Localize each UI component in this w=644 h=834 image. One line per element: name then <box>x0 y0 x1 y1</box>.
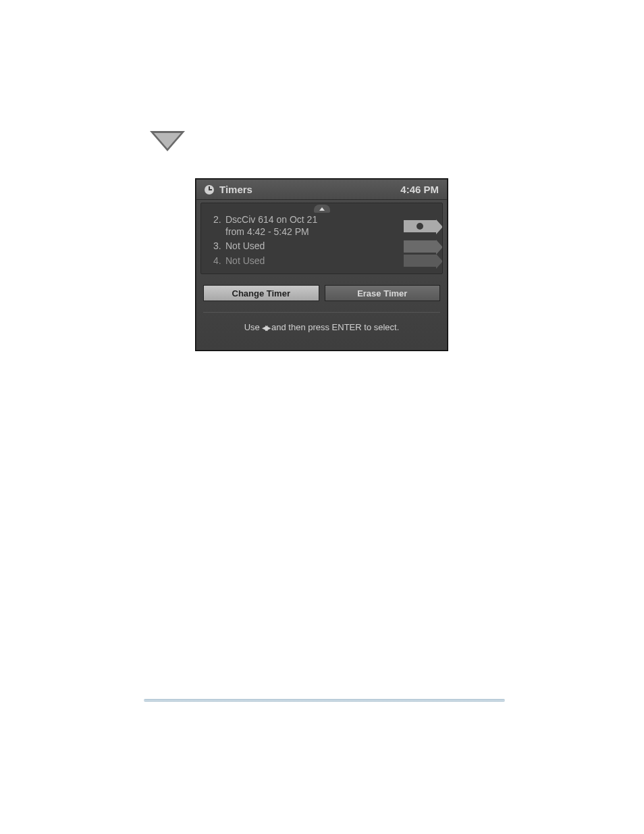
timer-row[interactable]: 4. Not Used <box>201 254 442 269</box>
scroll-up-icon[interactable] <box>314 205 330 213</box>
erase-timer-button[interactable]: Erase Timer <box>325 285 441 301</box>
timer-row[interactable]: 3. Not Used <box>201 239 442 254</box>
triangle-down-icon <box>150 131 185 151</box>
hint-suffix: and then press ENTER to select. <box>269 322 399 332</box>
timer-number: 2. <box>213 214 225 225</box>
timer-tag <box>403 240 437 253</box>
clock-time: 4:46 PM <box>400 184 439 195</box>
timer-tag-active <box>403 219 437 233</box>
left-right-arrow-icon: ◀▶ <box>262 323 269 332</box>
timer-list[interactable]: 2. DscCiv 614 on Oct 21 from 4:42 - 5:42… <box>200 203 443 274</box>
timers-dialog: Timers 4:46 PM 2. DscCiv 614 on Oct 21 f… <box>195 178 448 351</box>
clock-icon <box>417 223 423 230</box>
dialog-title: Timers <box>219 184 252 195</box>
timer-number: 4. <box>213 255 225 266</box>
change-timer-button[interactable]: Change Timer <box>203 285 319 301</box>
timer-tag <box>403 254 437 267</box>
button-row: Change Timer Erase Timer <box>196 274 447 304</box>
clock-icon <box>205 185 214 194</box>
dialog-body: Timers 4:46 PM 2. DscCiv 614 on Oct 21 f… <box>196 180 447 350</box>
hint-prefix: Use <box>244 322 263 332</box>
timer-number: 3. <box>213 240 225 251</box>
page-divider <box>144 699 505 702</box>
dialog-titlebar: Timers 4:46 PM <box>196 180 447 200</box>
timer-row[interactable]: 2. DscCiv 614 on Oct 21 from 4:42 - 5:42… <box>201 213 442 239</box>
hint-text: Use ◀▶ and then press ENTER to select. <box>196 313 447 332</box>
